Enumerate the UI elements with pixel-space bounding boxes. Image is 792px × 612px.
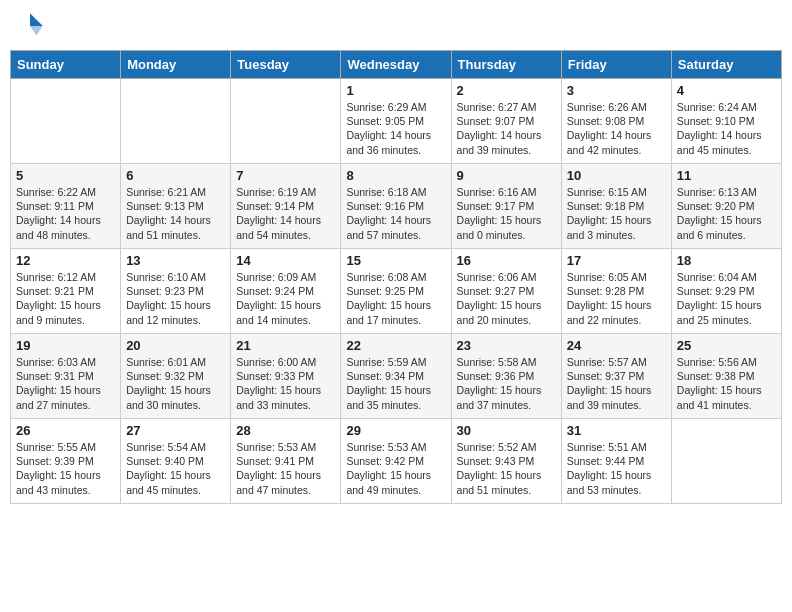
- day-info: Sunrise: 5:53 AM Sunset: 9:42 PM Dayligh…: [346, 440, 445, 497]
- calendar-cell: 2Sunrise: 6:27 AM Sunset: 9:07 PM Daylig…: [451, 79, 561, 164]
- day-number: 25: [677, 338, 776, 353]
- day-info: Sunrise: 6:22 AM Sunset: 9:11 PM Dayligh…: [16, 185, 115, 242]
- day-number: 1: [346, 83, 445, 98]
- day-info: Sunrise: 6:26 AM Sunset: 9:08 PM Dayligh…: [567, 100, 666, 157]
- day-of-week-header: Wednesday: [341, 51, 451, 79]
- day-of-week-header: Monday: [121, 51, 231, 79]
- calendar-cell: 4Sunrise: 6:24 AM Sunset: 9:10 PM Daylig…: [671, 79, 781, 164]
- calendar-cell: 23Sunrise: 5:58 AM Sunset: 9:36 PM Dayli…: [451, 334, 561, 419]
- day-info: Sunrise: 6:12 AM Sunset: 9:21 PM Dayligh…: [16, 270, 115, 327]
- day-number: 22: [346, 338, 445, 353]
- day-info: Sunrise: 6:09 AM Sunset: 9:24 PM Dayligh…: [236, 270, 335, 327]
- day-number: 7: [236, 168, 335, 183]
- calendar-cell: [671, 419, 781, 504]
- day-info: Sunrise: 6:00 AM Sunset: 9:33 PM Dayligh…: [236, 355, 335, 412]
- calendar-cell: 31Sunrise: 5:51 AM Sunset: 9:44 PM Dayli…: [561, 419, 671, 504]
- day-number: 9: [457, 168, 556, 183]
- day-info: Sunrise: 6:18 AM Sunset: 9:16 PM Dayligh…: [346, 185, 445, 242]
- day-number: 13: [126, 253, 225, 268]
- day-of-week-header: Friday: [561, 51, 671, 79]
- calendar-cell: 14Sunrise: 6:09 AM Sunset: 9:24 PM Dayli…: [231, 249, 341, 334]
- calendar-week-row: 5Sunrise: 6:22 AM Sunset: 9:11 PM Daylig…: [11, 164, 782, 249]
- calendar-cell: 11Sunrise: 6:13 AM Sunset: 9:20 PM Dayli…: [671, 164, 781, 249]
- calendar-cell: 16Sunrise: 6:06 AM Sunset: 9:27 PM Dayli…: [451, 249, 561, 334]
- day-number: 28: [236, 423, 335, 438]
- day-number: 16: [457, 253, 556, 268]
- day-info: Sunrise: 6:08 AM Sunset: 9:25 PM Dayligh…: [346, 270, 445, 327]
- day-info: Sunrise: 6:15 AM Sunset: 9:18 PM Dayligh…: [567, 185, 666, 242]
- day-number: 20: [126, 338, 225, 353]
- calendar-cell: 17Sunrise: 6:05 AM Sunset: 9:28 PM Dayli…: [561, 249, 671, 334]
- page-header: [10, 10, 782, 42]
- calendar-cell: 22Sunrise: 5:59 AM Sunset: 9:34 PM Dayli…: [341, 334, 451, 419]
- calendar-cell: 8Sunrise: 6:18 AM Sunset: 9:16 PM Daylig…: [341, 164, 451, 249]
- calendar-cell: 25Sunrise: 5:56 AM Sunset: 9:38 PM Dayli…: [671, 334, 781, 419]
- day-of-week-header: Tuesday: [231, 51, 341, 79]
- day-info: Sunrise: 5:59 AM Sunset: 9:34 PM Dayligh…: [346, 355, 445, 412]
- day-info: Sunrise: 6:10 AM Sunset: 9:23 PM Dayligh…: [126, 270, 225, 327]
- day-number: 18: [677, 253, 776, 268]
- day-number: 2: [457, 83, 556, 98]
- calendar-cell: 9Sunrise: 6:16 AM Sunset: 9:17 PM Daylig…: [451, 164, 561, 249]
- day-number: 3: [567, 83, 666, 98]
- svg-marker-0: [30, 13, 43, 26]
- calendar-week-row: 19Sunrise: 6:03 AM Sunset: 9:31 PM Dayli…: [11, 334, 782, 419]
- day-info: Sunrise: 5:58 AM Sunset: 9:36 PM Dayligh…: [457, 355, 556, 412]
- day-info: Sunrise: 5:55 AM Sunset: 9:39 PM Dayligh…: [16, 440, 115, 497]
- calendar-cell: 27Sunrise: 5:54 AM Sunset: 9:40 PM Dayli…: [121, 419, 231, 504]
- day-info: Sunrise: 6:29 AM Sunset: 9:05 PM Dayligh…: [346, 100, 445, 157]
- day-number: 11: [677, 168, 776, 183]
- day-number: 17: [567, 253, 666, 268]
- calendar-cell: 18Sunrise: 6:04 AM Sunset: 9:29 PM Dayli…: [671, 249, 781, 334]
- calendar-cell: 13Sunrise: 6:10 AM Sunset: 9:23 PM Dayli…: [121, 249, 231, 334]
- day-number: 29: [346, 423, 445, 438]
- day-info: Sunrise: 6:05 AM Sunset: 9:28 PM Dayligh…: [567, 270, 666, 327]
- day-number: 6: [126, 168, 225, 183]
- day-info: Sunrise: 6:24 AM Sunset: 9:10 PM Dayligh…: [677, 100, 776, 157]
- calendar-cell: 26Sunrise: 5:55 AM Sunset: 9:39 PM Dayli…: [11, 419, 121, 504]
- calendar-cell: [121, 79, 231, 164]
- calendar-cell: 21Sunrise: 6:00 AM Sunset: 9:33 PM Dayli…: [231, 334, 341, 419]
- calendar-cell: 24Sunrise: 5:57 AM Sunset: 9:37 PM Dayli…: [561, 334, 671, 419]
- day-info: Sunrise: 5:51 AM Sunset: 9:44 PM Dayligh…: [567, 440, 666, 497]
- svg-marker-1: [30, 26, 43, 36]
- day-number: 23: [457, 338, 556, 353]
- day-number: 8: [346, 168, 445, 183]
- day-of-week-header: Saturday: [671, 51, 781, 79]
- day-info: Sunrise: 6:03 AM Sunset: 9:31 PM Dayligh…: [16, 355, 115, 412]
- day-info: Sunrise: 6:27 AM Sunset: 9:07 PM Dayligh…: [457, 100, 556, 157]
- day-info: Sunrise: 5:54 AM Sunset: 9:40 PM Dayligh…: [126, 440, 225, 497]
- day-number: 19: [16, 338, 115, 353]
- day-number: 31: [567, 423, 666, 438]
- day-info: Sunrise: 5:57 AM Sunset: 9:37 PM Dayligh…: [567, 355, 666, 412]
- day-number: 12: [16, 253, 115, 268]
- day-info: Sunrise: 6:19 AM Sunset: 9:14 PM Dayligh…: [236, 185, 335, 242]
- calendar-cell: 19Sunrise: 6:03 AM Sunset: 9:31 PM Dayli…: [11, 334, 121, 419]
- day-number: 27: [126, 423, 225, 438]
- day-info: Sunrise: 6:21 AM Sunset: 9:13 PM Dayligh…: [126, 185, 225, 242]
- calendar-cell: 10Sunrise: 6:15 AM Sunset: 9:18 PM Dayli…: [561, 164, 671, 249]
- calendar-cell: [231, 79, 341, 164]
- day-info: Sunrise: 5:52 AM Sunset: 9:43 PM Dayligh…: [457, 440, 556, 497]
- day-number: 15: [346, 253, 445, 268]
- calendar-header-row: SundayMondayTuesdayWednesdayThursdayFrid…: [11, 51, 782, 79]
- calendar-cell: 12Sunrise: 6:12 AM Sunset: 9:21 PM Dayli…: [11, 249, 121, 334]
- day-number: 26: [16, 423, 115, 438]
- day-number: 21: [236, 338, 335, 353]
- calendar-week-row: 1Sunrise: 6:29 AM Sunset: 9:05 PM Daylig…: [11, 79, 782, 164]
- day-info: Sunrise: 6:13 AM Sunset: 9:20 PM Dayligh…: [677, 185, 776, 242]
- calendar-cell: 3Sunrise: 6:26 AM Sunset: 9:08 PM Daylig…: [561, 79, 671, 164]
- day-of-week-header: Sunday: [11, 51, 121, 79]
- calendar-cell: 7Sunrise: 6:19 AM Sunset: 9:14 PM Daylig…: [231, 164, 341, 249]
- day-number: 24: [567, 338, 666, 353]
- calendar-cell: 28Sunrise: 5:53 AM Sunset: 9:41 PM Dayli…: [231, 419, 341, 504]
- calendar-cell: 15Sunrise: 6:08 AM Sunset: 9:25 PM Dayli…: [341, 249, 451, 334]
- calendar-cell: 5Sunrise: 6:22 AM Sunset: 9:11 PM Daylig…: [11, 164, 121, 249]
- logo: [14, 10, 50, 42]
- calendar-cell: [11, 79, 121, 164]
- day-number: 5: [16, 168, 115, 183]
- day-info: Sunrise: 6:01 AM Sunset: 9:32 PM Dayligh…: [126, 355, 225, 412]
- day-number: 30: [457, 423, 556, 438]
- calendar-cell: 1Sunrise: 6:29 AM Sunset: 9:05 PM Daylig…: [341, 79, 451, 164]
- calendar-cell: 6Sunrise: 6:21 AM Sunset: 9:13 PM Daylig…: [121, 164, 231, 249]
